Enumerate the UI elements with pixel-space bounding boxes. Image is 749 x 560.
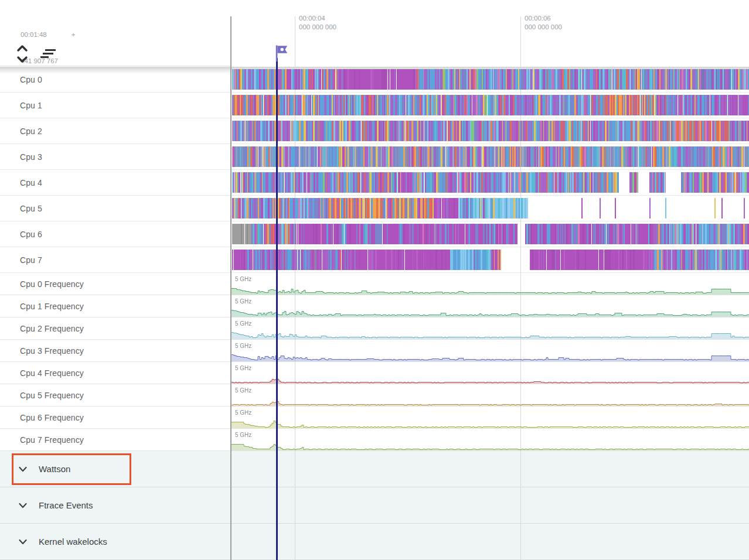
- flag-marker-line[interactable]: [276, 58, 278, 560]
- ruler-tick-label-1: 00:00:06000 000 000: [525, 14, 562, 32]
- cpu-frequency-chart-canvas[interactable]: [231, 363, 749, 384]
- timeline-header: 00:01:48 + 441 907 767: [0, 0, 749, 67]
- cpu-frequency-track-shell[interactable]: Cpu 3 Frequency: [0, 340, 230, 361]
- cpu-frequency-track-label: Cpu 4 Frequency: [20, 368, 84, 378]
- cpu-track-shell[interactable]: Cpu 4: [0, 170, 230, 195]
- frequency-scale-label: 5 GHz: [235, 432, 251, 438]
- cpu-frequency-track-row-7: 5 GHz Cpu 7 Frequency: [0, 429, 749, 451]
- cpu-frequency-chart-canvas[interactable]: [231, 340, 749, 361]
- cpu-frequency-track-shell[interactable]: Cpu 4 Frequency: [0, 362, 230, 384]
- cpu-frequency-track-shell[interactable]: Cpu 5 Frequency: [0, 384, 230, 406]
- cpu-track-shell[interactable]: Cpu 2: [0, 118, 230, 144]
- cpu-track-label: Cpu 3: [20, 152, 42, 162]
- track-group-row-wattson[interactable]: Wattson: [0, 451, 749, 487]
- ruler-tick-label-0: 00:00:04000 000 000: [299, 14, 336, 32]
- chevron-down-icon: [18, 464, 28, 474]
- cpu-track-row-0: Cpu 0: [0, 67, 749, 93]
- cpu-track-shell[interactable]: Cpu 5: [0, 196, 230, 221]
- cpu-track-row-6: Cpu 6: [0, 221, 749, 247]
- cpu-frequency-track-row-3: 5 GHz Cpu 3 Frequency: [0, 340, 749, 362]
- cpu-frequency-track-row-5: 5 GHz Cpu 5 Frequency: [0, 384, 749, 407]
- flag-icon[interactable]: [273, 44, 290, 62]
- cpu-slices-canvas[interactable]: [232, 121, 749, 141]
- chevron-down-icon: [18, 537, 28, 547]
- track-group-label: Wattson: [39, 464, 70, 474]
- cpu-track-label: Cpu 6: [20, 230, 42, 239]
- cpu-frequency-track-row-4: 5 GHz Cpu 4 Frequency: [0, 362, 749, 384]
- cpu-track-label: Cpu 5: [20, 204, 42, 213]
- track-group-row-kernel-wakelocks[interactable]: Kernel wakelocks: [0, 524, 749, 560]
- cpu-frequency-track-row-6: 5 GHz Cpu 6 Frequency: [0, 407, 749, 429]
- cpu-frequency-track-label: Cpu 3 Frequency: [20, 346, 84, 356]
- cpu-track-shell[interactable]: Cpu 3: [0, 144, 230, 169]
- frequency-scale-label: 5 GHz: [235, 298, 251, 305]
- cpu-track-label: Cpu 2: [20, 127, 42, 136]
- cpu-track-row-1: Cpu 1: [0, 93, 749, 118]
- cpu-track-shell[interactable]: Cpu 1: [0, 93, 230, 118]
- frequency-scale-label: 5 GHz: [235, 387, 251, 394]
- cpu-track-label: Cpu 0: [20, 75, 42, 84]
- cpu-track-row-2: Cpu 2: [0, 118, 749, 144]
- chevron-down-icon: [18, 500, 28, 511]
- cpu-frequency-track-label: Cpu 2 Frequency: [20, 324, 84, 333]
- cpu-slices-canvas[interactable]: [232, 69, 749, 90]
- cpu-frequency-track-shell[interactable]: Cpu 2 Frequency: [0, 317, 230, 339]
- cpu-frequency-chart-canvas[interactable]: [231, 429, 749, 450]
- cpu-track-row-3: Cpu 3: [0, 144, 749, 170]
- cpu-frequency-track-label: Cpu 5 Frequency: [20, 391, 84, 400]
- cpu-frequency-track-label: Cpu 6 Frequency: [20, 413, 84, 422]
- cpu-slices-canvas[interactable]: [232, 224, 749, 244]
- cpu-track-row-7: Cpu 7: [0, 247, 749, 273]
- cpu-track-shell[interactable]: Cpu 7: [0, 247, 230, 272]
- cpu-track-shell[interactable]: Cpu 0: [0, 67, 230, 92]
- cpu-frequency-chart-canvas[interactable]: [231, 407, 749, 428]
- viewport-time-primary: 00:01:48: [21, 30, 47, 39]
- track-rows-container: Cpu 0 Cpu 1 Cpu 2 Cpu 3 Cpu 4 Cpu 5 Cpu …: [0, 67, 749, 560]
- cpu-track-row-5: Cpu 5: [0, 196, 749, 221]
- expand-collapse-tracks-icon[interactable]: [16, 45, 29, 63]
- cpu-slices-canvas[interactable]: [232, 146, 749, 167]
- cpu-slices-canvas[interactable]: [232, 198, 749, 218]
- sort-tracks-icon[interactable]: [38, 47, 58, 61]
- cpu-frequency-chart-canvas[interactable]: [231, 274, 749, 295]
- perfetto-timeline-view: 00:01:48 + 441 907 767 Cpu 0: [0, 0, 749, 560]
- cpu-track-label: Cpu 7: [20, 255, 42, 265]
- cpu-frequency-track-shell[interactable]: Cpu 1 Frequency: [0, 295, 230, 317]
- cpu-frequency-chart-canvas[interactable]: [231, 296, 749, 317]
- cpu-frequency-chart-canvas[interactable]: [231, 385, 749, 406]
- time-offset-plus: +: [72, 30, 76, 39]
- cpu-frequency-track-shell[interactable]: Cpu 0 Frequency: [0, 273, 230, 295]
- cpu-frequency-track-label: Cpu 0 Frequency: [20, 279, 84, 289]
- cpu-slices-canvas[interactable]: [232, 250, 749, 270]
- cpu-frequency-track-row-2: 5 GHz Cpu 2 Frequency: [0, 317, 749, 340]
- track-group-label: Ftrace Events: [39, 500, 93, 510]
- cpu-frequency-track-shell[interactable]: Cpu 6 Frequency: [0, 407, 230, 428]
- cpu-slices-canvas[interactable]: [232, 172, 749, 193]
- frequency-scale-label: 5 GHz: [235, 276, 251, 282]
- cpu-frequency-track-row-1: 5 GHz Cpu 1 Frequency: [0, 295, 749, 317]
- cpu-track-label: Cpu 1: [20, 101, 42, 110]
- track-group-label: Kernel wakelocks: [39, 537, 107, 547]
- cpu-slices-canvas[interactable]: [232, 95, 749, 115]
- frequency-scale-label: 5 GHz: [235, 320, 251, 327]
- cpu-frequency-track-label: Cpu 7 Frequency: [20, 435, 84, 445]
- frequency-scale-label: 5 GHz: [235, 343, 251, 349]
- frequency-scale-label: 5 GHz: [235, 409, 251, 416]
- header-divider: [0, 66, 231, 66]
- frequency-scale-label: 5 GHz: [235, 365, 251, 371]
- cpu-frequency-chart-canvas[interactable]: [231, 318, 749, 339]
- cpu-track-row-4: Cpu 4: [0, 170, 749, 196]
- cpu-track-label: Cpu 4: [20, 178, 42, 187]
- cpu-frequency-track-row-0: 5 GHz Cpu 0 Frequency: [0, 273, 749, 295]
- group-highlight-box: [12, 453, 131, 485]
- cpu-frequency-track-label: Cpu 1 Frequency: [20, 302, 84, 311]
- cpu-track-shell[interactable]: Cpu 6: [0, 221, 230, 247]
- track-group-row-ftrace-events[interactable]: Ftrace Events: [0, 487, 749, 524]
- cpu-frequency-track-shell[interactable]: Cpu 7 Frequency: [0, 429, 230, 450]
